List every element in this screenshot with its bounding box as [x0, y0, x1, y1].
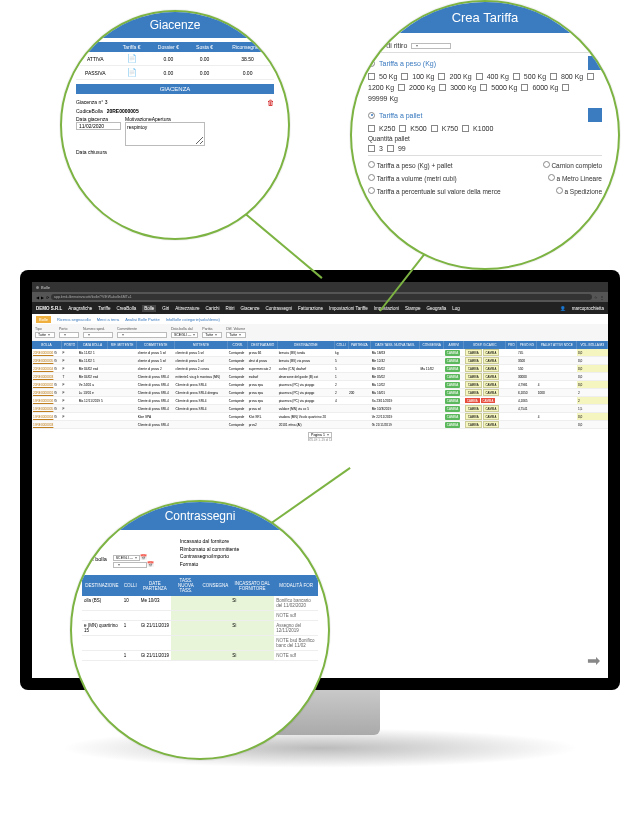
- codice-value: 20RE0000005: [107, 108, 139, 114]
- table-row[interactable]: olla (BS)10Me 10/03SìBonifico bancario d…: [82, 596, 318, 611]
- weight-checkbox[interactable]: [401, 73, 408, 80]
- subnav-merci[interactable]: Merci a terra: [97, 316, 119, 323]
- table-row[interactable]: 20RE0000006 GFMa 11/02 1cliente di prova…: [32, 349, 608, 357]
- table-row[interactable]: 1Gi 21/11/2019SìNOTE sdf: [82, 651, 318, 661]
- nav-ritiri[interactable]: Ritiri: [226, 306, 235, 311]
- weight-checkbox[interactable]: [398, 84, 405, 91]
- weight-checkbox[interactable]: [439, 84, 446, 91]
- trash-icon[interactable]: 🗑: [267, 99, 274, 106]
- back-icon[interactable]: ◀: [36, 295, 39, 300]
- address-bar[interactable]: app.bmk./demoinvscotti/bolle/?VIEW=bolle…: [51, 294, 592, 300]
- pdf-icon[interactable]: 📄: [127, 68, 137, 77]
- nav-tariffe[interactable]: Tariffe: [98, 306, 110, 311]
- next-arrow-icon[interactable]: ➡: [587, 651, 600, 670]
- nav-impostazioni[interactable]: Impostazioni: [374, 306, 399, 311]
- table-row[interactable]: 20RE0000002 GFVe 24/01 aCliente di prova…: [32, 381, 608, 389]
- main-table: BOLLAPORTODATA BOLLARIF. MITTENTECOMMITT…: [32, 341, 608, 429]
- table-row[interactable]: 19RE0000005 GFCliente di prova SRL4Clien…: [32, 405, 608, 413]
- peso-square-icon[interactable]: [588, 56, 602, 70]
- filter-tipo[interactable]: Tutte: [35, 332, 55, 338]
- filter-diffvol[interactable]: Tutte: [226, 332, 246, 338]
- weight-checkbox[interactable]: [368, 73, 375, 80]
- k-checkbox[interactable]: [462, 125, 469, 132]
- opt-radio[interactable]: [548, 174, 555, 181]
- opt-radio[interactable]: [543, 161, 550, 168]
- nav-geografia[interactable]: Geografia: [426, 306, 446, 311]
- pallet-square-icon[interactable]: [588, 108, 602, 122]
- opt-radio[interactable]: [556, 187, 563, 194]
- k-checkbox[interactable]: [399, 125, 406, 132]
- contr-dal[interactable]: SCEGLI —: [113, 555, 140, 561]
- radio-peso[interactable]: [368, 60, 375, 67]
- weight-checkbox[interactable]: [480, 84, 487, 91]
- subnav-info[interactable]: InfoBolle categorie(solo/demo): [166, 316, 220, 323]
- table-row[interactable]: 20RE0000005 GFMa 11/02 1cliente di prova…: [32, 357, 608, 365]
- table-row[interactable]: 20RE0000003 TMe 04/02 esdCliente di prov…: [32, 373, 608, 381]
- filter-porto[interactable]: [59, 332, 79, 338]
- weight-checkbox[interactable]: [521, 84, 528, 91]
- table-row[interactable]: 19RE0000004 GFKloe SPACorrispedeKlot SRL…: [32, 413, 608, 421]
- subnav-bolle[interactable]: Bolle: [36, 316, 51, 323]
- nav-creabolla[interactable]: CreaBolla: [116, 306, 136, 311]
- weight-checkbox[interactable]: [476, 73, 483, 80]
- filter-bar: TipoTutte Porto Numero sped. Committente…: [32, 324, 608, 341]
- filter-dal[interactable]: SCEGLI —: [171, 332, 198, 338]
- menu-icon[interactable]: ⋮: [600, 295, 604, 300]
- weight-checkbox[interactable]: [587, 73, 594, 80]
- filter-partita[interactable]: Tutte: [202, 332, 222, 338]
- qty-checkbox[interactable]: [387, 145, 394, 152]
- table-row: PASSIVA📄0.000.000.00: [76, 66, 274, 80]
- weight-checkbox[interactable]: [550, 73, 557, 80]
- radio-pallet[interactable]: [368, 112, 375, 119]
- nav-contrassegni[interactable]: Contrassegni: [266, 306, 293, 311]
- table-row[interactable]: 19RE0000003 Cliente di prova SRL4Corrisp…: [32, 421, 608, 429]
- sede-label: Sede di ritiro: [368, 42, 407, 49]
- table-row[interactable]: 20RE0000004 GFMe 04/02 esdcliente di pro…: [32, 365, 608, 373]
- k-checkbox[interactable]: [431, 125, 438, 132]
- star-icon[interactable]: ☆: [594, 295, 598, 300]
- table-row[interactable]: 19RE0000006 GFMa 12/11/2019 5Cliente di …: [32, 397, 608, 405]
- weight-checkbox[interactable]: [513, 73, 520, 80]
- table-row[interactable]: NOTE bsd Bonifico banc del 11/02: [82, 636, 318, 651]
- sede-select[interactable]: [411, 43, 451, 49]
- nav-giri[interactable]: Giri: [162, 306, 169, 311]
- table-row[interactable]: NOTE sdf: [82, 611, 318, 621]
- nav-anagrafiche[interactable]: Anagrafiche: [68, 306, 92, 311]
- cal-icon[interactable]: 📅: [147, 561, 154, 567]
- app-header: DEMO S.R.L Anagrafiche Tariffe CreaBolla…: [32, 302, 608, 314]
- table-row[interactable]: e (MN) quartirino 151Gi 21/11/2019SìAsse…: [82, 621, 318, 636]
- nav-bolle[interactable]: Bolle: [142, 305, 156, 312]
- nav-giacenze[interactable]: Giacenze: [241, 306, 260, 311]
- giacenza-bar: GIACENZA: [76, 84, 274, 94]
- nav-stampe[interactable]: Stampe: [405, 306, 421, 311]
- opt-radio[interactable]: [368, 174, 375, 181]
- weight-checkbox[interactable]: [562, 84, 569, 91]
- user-icon[interactable]: 👤: [560, 306, 566, 311]
- table-row[interactable]: 20RE0000001 GFLu 13/01 eCliente di prova…: [32, 389, 608, 397]
- qty-checkbox[interactable]: [368, 145, 375, 152]
- nav-log[interactable]: Log: [452, 306, 460, 311]
- nav-fatturazione[interactable]: Fatturazione: [298, 306, 323, 311]
- cal-icon[interactable]: 📅: [140, 554, 147, 560]
- username[interactable]: marcoprochietta: [572, 306, 604, 311]
- data-giacenza-input[interactable]: [76, 122, 121, 130]
- filter-numsped[interactable]: [83, 332, 113, 338]
- contr-al[interactable]: [113, 562, 147, 568]
- opt-radio[interactable]: [368, 187, 375, 194]
- subnav-ricerca[interactable]: Ricerca segnacollo: [57, 316, 91, 323]
- subnav-analisi[interactable]: Analisi Bolle Partite: [125, 316, 159, 323]
- tab-title[interactable]: Bolle: [41, 285, 50, 290]
- motivazione-input[interactable]: respintoy: [125, 122, 205, 146]
- reload-icon[interactable]: ⟳: [46, 295, 49, 300]
- nav-imp-tariffe[interactable]: Impostazioni Tariffe: [329, 306, 368, 311]
- filter-committente[interactable]: [117, 332, 167, 338]
- nav-carichi[interactable]: Carichi: [206, 306, 220, 311]
- fwd-icon[interactable]: ▶: [41, 295, 44, 300]
- weight-checkbox[interactable]: [438, 73, 445, 80]
- browser-tab-bar: Bolle: [32, 282, 608, 292]
- pdf-icon[interactable]: 📄: [127, 54, 137, 63]
- k-checkbox[interactable]: [368, 125, 375, 132]
- nav-attrezzature[interactable]: Attrezzature: [175, 306, 199, 311]
- table-row: ATTIVA📄0.000.0038.50: [76, 52, 274, 66]
- opt-radio[interactable]: [368, 161, 375, 168]
